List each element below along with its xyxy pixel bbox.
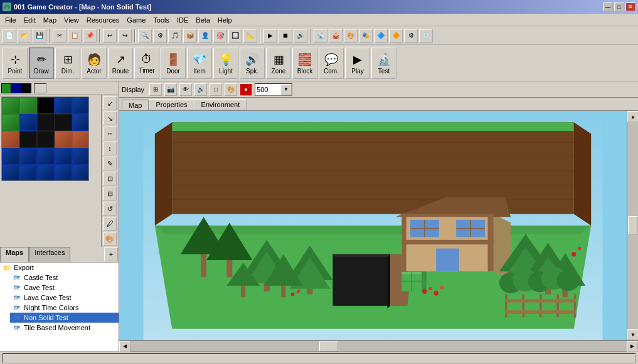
cut-button[interactable]: ✂: [53, 29, 66, 43]
canvas-area[interactable]: [119, 111, 627, 340]
color-swatch-black[interactable]: [21, 83, 31, 93]
flip-v-button[interactable]: ↕: [103, 142, 117, 155]
tree-item-night[interactable]: 🗺 Night Time Colors: [10, 303, 119, 313]
tree-item-nonsolid[interactable]: 🗺 Non Solid Test: [10, 313, 119, 323]
menu-view[interactable]: View: [60, 15, 83, 25]
zone-button[interactable]: 🎭: [359, 29, 373, 43]
light-tool-button[interactable]: 💡 Light: [213, 48, 238, 79]
square-button[interactable]: □: [210, 83, 222, 96]
zone-tool-button[interactable]: ▦ Zone: [266, 48, 291, 79]
maps-tab[interactable]: Maps: [0, 247, 29, 262]
rotate-cw-button[interactable]: ↘: [103, 112, 117, 125]
vertical-scrollbar[interactable]: ▲ ▼: [627, 111, 638, 340]
game-button[interactable]: 🎪: [329, 29, 343, 43]
menu-game[interactable]: Game: [123, 15, 149, 25]
menu-edit[interactable]: Edit: [20, 15, 40, 25]
select-button[interactable]: 🔲: [228, 29, 242, 43]
flip-h-button[interactable]: ↔: [103, 127, 117, 140]
package-button[interactable]: 📦: [183, 29, 197, 43]
tile-grid[interactable]: [1, 96, 89, 181]
color-swatch-darkblue[interactable]: [11, 83, 21, 93]
paste-button[interactable]: 📌: [83, 29, 97, 43]
timer-tool-button[interactable]: ⏱ Timer: [134, 48, 159, 79]
zoom-input[interactable]: [255, 84, 280, 95]
tree-item-lava[interactable]: 🗺 Lava Cave Test: [10, 293, 119, 303]
vscroll-track[interactable]: [627, 122, 638, 329]
camera-button[interactable]: 📷: [164, 83, 177, 96]
red-circle-button[interactable]: ●: [240, 83, 252, 96]
new-file-button[interactable]: 📄: [3, 29, 16, 43]
scroll-down-button[interactable]: ▼: [627, 329, 638, 340]
settings-button[interactable]: ⚙: [153, 29, 167, 43]
hscroll-thumb[interactable]: [319, 341, 338, 351]
menu-map[interactable]: Map: [40, 15, 60, 25]
erase-button[interactable]: ⊟: [103, 187, 117, 200]
block-button[interactable]: 🔷: [374, 29, 388, 43]
music-button[interactable]: 🎵: [168, 29, 182, 43]
menu-beta[interactable]: Beta: [192, 15, 214, 25]
open-button[interactable]: 📂: [18, 29, 31, 43]
zoom-dropdown[interactable]: ▼: [280, 84, 292, 95]
menu-help[interactable]: Help: [214, 15, 236, 25]
copy-button[interactable]: 📋: [68, 29, 82, 43]
door-tool-button[interactable]: 🚪 Door: [161, 48, 186, 79]
play-button[interactable]: ▶: [263, 29, 277, 43]
undo-side-button[interactable]: ↺: [103, 202, 117, 216]
tree-item-tilebased[interactable]: 🗺 Tile Based Movement: [10, 323, 119, 333]
stamp-button[interactable]: ⊡: [103, 172, 117, 185]
menu-ide[interactable]: IDE: [173, 15, 192, 25]
block-tool-button[interactable]: 🧱 Block: [292, 48, 317, 79]
export-folder[interactable]: 📁 Export: [0, 263, 119, 273]
interfaces-tab[interactable]: Interfaces: [29, 247, 70, 262]
tree-add-button[interactable]: +: [104, 247, 118, 261]
scroll-left-button[interactable]: ◀: [119, 341, 130, 352]
scroll-right-button[interactable]: ▶: [627, 341, 638, 352]
eye-button[interactable]: 👁: [179, 83, 192, 96]
stop-button[interactable]: ⏹: [279, 29, 292, 43]
map-tab[interactable]: Map: [122, 100, 149, 110]
disk-button[interactable]: 💿: [419, 29, 433, 43]
minimize-button[interactable]: —: [603, 3, 613, 11]
speaker-button[interactable]: 🔊: [194, 83, 207, 96]
config-button[interactable]: ⚙: [404, 29, 418, 43]
actor-button[interactable]: 👤: [198, 29, 212, 43]
point-tool-button[interactable]: ⊹ Point: [3, 48, 28, 79]
dim-button[interactable]: 📐: [243, 29, 257, 43]
item-tool-button[interactable]: 💎 Item: [187, 48, 212, 79]
rotate-ccw-button[interactable]: ↙: [103, 96, 117, 110]
undo-button[interactable]: ↩: [103, 29, 117, 43]
target-button[interactable]: 🎯: [213, 29, 227, 43]
redo-button[interactable]: ↪: [118, 29, 132, 43]
search-button[interactable]: 🔍: [138, 29, 152, 43]
route-tool-button[interactable]: ↗ Route: [108, 48, 133, 79]
close-button[interactable]: ✕: [625, 3, 635, 11]
tree-item-cave[interactable]: 🗺 Cave Test: [10, 283, 119, 293]
vscroll-thumb[interactable]: [628, 216, 638, 235]
palette-button[interactable]: 🎨: [344, 29, 358, 43]
fill-button[interactable]: 🎨: [103, 232, 117, 246]
actor-tool-button[interactable]: 🧑 Actor: [82, 48, 107, 79]
properties-tab-button[interactable]: Properties: [149, 99, 194, 110]
pen-button[interactable]: 🖊: [103, 217, 117, 231]
play-tool-button[interactable]: ▶ Play: [345, 48, 370, 79]
test-tool-button[interactable]: 🔬 Test: [371, 48, 396, 79]
spk-tool-button[interactable]: 🔊 Spk.: [240, 48, 265, 79]
environment-tab-button[interactable]: Environment: [194, 99, 247, 110]
secondary-color[interactable]: [34, 83, 46, 93]
dim-tool-button[interactable]: ⊞ Dim.: [55, 48, 80, 79]
pencil-button[interactable]: ✎: [103, 157, 117, 170]
color-swatch-green[interactable]: [1, 83, 11, 93]
save-button[interactable]: 💾: [33, 29, 46, 43]
tree-item-castle[interactable]: 🗺 Castle Test: [10, 273, 119, 283]
menu-resources[interactable]: Resources: [83, 15, 124, 25]
com-tool-button[interactable]: 💬 Com.: [319, 48, 344, 79]
paint-button[interactable]: 🎨: [225, 83, 237, 96]
maximize-button[interactable]: □: [614, 3, 624, 11]
resource-button[interactable]: 📡: [314, 29, 327, 43]
hscroll-track[interactable]: [130, 341, 627, 351]
horizontal-scrollbar[interactable]: ◀ ▶: [119, 340, 638, 351]
grid-toggle-button[interactable]: ⊞: [149, 83, 162, 96]
menu-tools[interactable]: Tools: [149, 15, 173, 25]
sound-button[interactable]: 🔊: [294, 29, 307, 43]
shape-button[interactable]: 🔶: [389, 29, 403, 43]
